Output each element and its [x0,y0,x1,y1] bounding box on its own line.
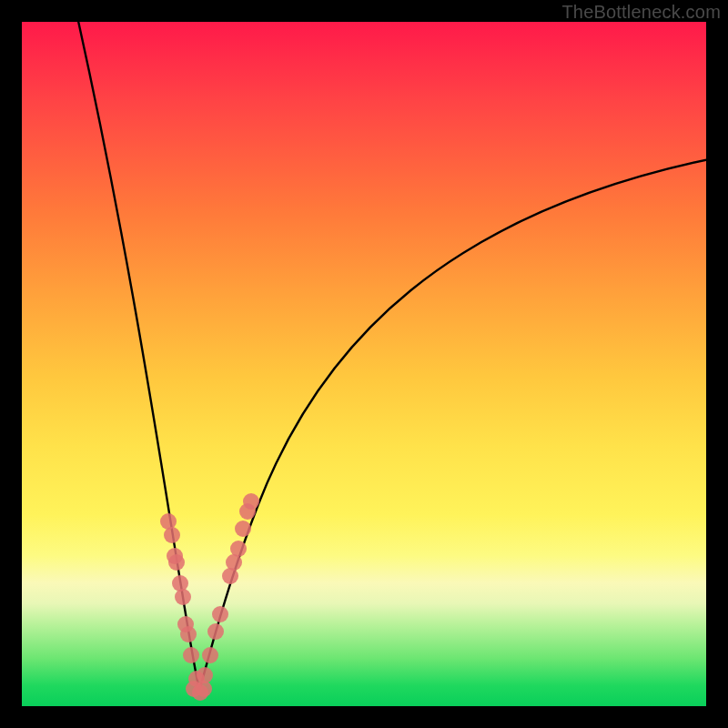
svg-point-7 [177,616,194,632]
svg-point-3 [167,548,183,564]
svg-point-1 [164,527,180,543]
svg-point-22 [243,493,259,510]
svg-point-14 [202,647,218,663]
watermark-text: TheBottleneck.com [561,2,721,23]
svg-point-16 [207,623,224,640]
chart-plot-area [22,22,706,706]
svg-point-5 [172,575,188,592]
scatter-dots-left [160,513,205,687]
bottleneck-curve-svg [22,22,706,706]
svg-point-19 [235,521,251,537]
svg-point-15 [212,606,228,622]
curve-right-branch [199,158,706,691]
svg-point-20 [226,554,242,571]
svg-point-4 [175,589,191,605]
svg-point-8 [183,647,199,663]
scatter-dots-bottom [186,681,212,701]
svg-point-13 [197,667,213,683]
